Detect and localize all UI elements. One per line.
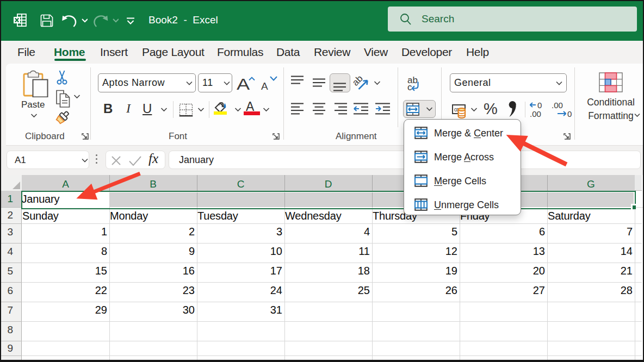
- svg-text:.00: .00: [530, 109, 541, 117]
- svg-text:0: 0: [567, 109, 572, 118]
- svg-text:c: c: [407, 82, 412, 92]
- svg-text:0: 0: [537, 102, 542, 110]
- svg-text:.00: .00: [552, 102, 563, 110]
